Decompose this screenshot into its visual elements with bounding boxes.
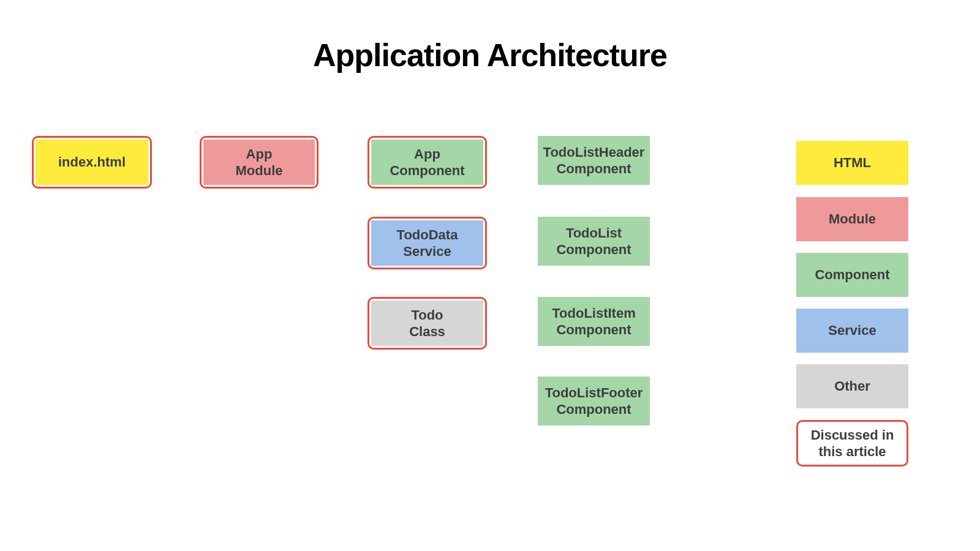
diagram-canvas: Application Architecture index.html AppM… [0, 0, 980, 551]
box-index-html: index.html [32, 136, 152, 189]
diagram-title: Application Architecture [0, 37, 980, 73]
legend-service: Service [796, 309, 908, 353]
legend-discussed: Discussed inthis article [796, 420, 908, 467]
box-todolistfooter-component: TodoListFooterComponent [538, 377, 650, 425]
box-todolistitem-component: TodoListItemComponent [538, 297, 650, 346]
box-todolist-component: TodoListComponent [538, 217, 650, 266]
box-app-component: AppComponent [368, 136, 487, 189]
box-index-html-label: index.html [36, 140, 148, 185]
legend-module: Module [796, 197, 908, 241]
box-todo-class-label: TodoClass [371, 301, 483, 346]
legend-other: Other [796, 364, 908, 408]
legend-html: HTML [796, 141, 908, 185]
box-todo-class: TodoClass [368, 297, 487, 350]
legend-component: Component [796, 253, 908, 297]
box-tododata-service-label: TodoDataService [371, 220, 483, 266]
box-tododata-service: TodoDataService [368, 217, 487, 269]
box-app-component-label: AppComponent [371, 140, 483, 185]
box-app-module-label: AppModule [203, 140, 315, 185]
box-todolistheader-component: TodoListHeaderComponent [538, 136, 650, 185]
box-app-module: AppModule [200, 136, 318, 189]
